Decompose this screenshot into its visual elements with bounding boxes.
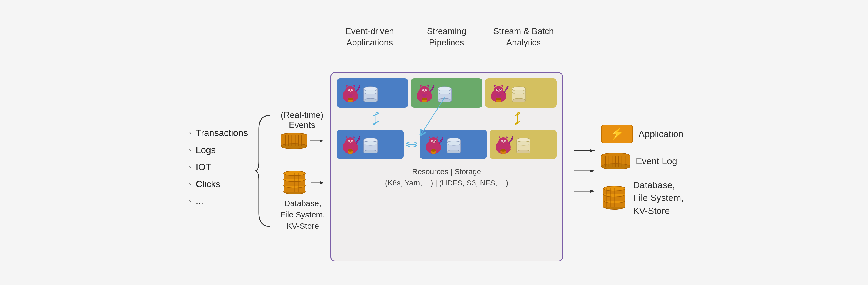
- horiz-arrow-bottom: [406, 140, 417, 148]
- output-eventlog-row: Event Log: [601, 153, 677, 169]
- svg-point-69: [502, 96, 506, 99]
- db-gray-3: [363, 136, 378, 153]
- svg-point-119: [503, 142, 504, 143]
- events-label: (Real-time)Events: [281, 110, 323, 130]
- svg-point-52: [428, 96, 432, 99]
- box-streaming-top: [411, 78, 483, 108]
- svg-point-64: [500, 89, 501, 90]
- label-logs: Logs: [196, 145, 216, 155]
- box-event-top: [337, 78, 408, 108]
- svg-point-126: [517, 150, 530, 153]
- svg-point-35: [353, 96, 358, 99]
- kafka-icon: [280, 133, 308, 149]
- db-gray-4: [446, 136, 461, 153]
- db-beige-2: [516, 136, 531, 153]
- db-group: Database,File System,KV-Store: [280, 171, 325, 232]
- flink-squirrel-1: [339, 82, 361, 104]
- header-streaming: StreamingPipelines: [413, 26, 480, 48]
- header-analytics: Stream & BatchAnalytics: [490, 26, 557, 48]
- resources-label: Resources | Storage(K8s, Yarn, ...) | (H…: [337, 166, 557, 189]
- svg-point-50: [422, 97, 427, 100]
- arrow-logs: →: [184, 145, 192, 154]
- svg-point-104: [431, 149, 436, 152]
- arrow-out-3: [574, 189, 595, 194]
- arrow-etc: →: [184, 196, 192, 205]
- svg-point-117: [501, 141, 502, 142]
- svg-point-112: [447, 141, 461, 145]
- svg-point-121: [500, 149, 506, 152]
- svg-point-87: [343, 148, 347, 151]
- output-arrows: [574, 148, 595, 194]
- db-gray-1: [363, 84, 378, 102]
- svg-marker-132: [590, 149, 595, 152]
- arrow-iot: →: [184, 162, 192, 171]
- brace-section: [253, 113, 275, 229]
- left-brace-svg: [253, 113, 275, 229]
- event-log-icon: [601, 153, 630, 169]
- arrow-out-1: [574, 148, 595, 153]
- output-icons: ⚡ Application Event Log: [601, 125, 684, 218]
- flink-squirrel-6: [492, 134, 514, 155]
- svg-point-58: [438, 90, 451, 94]
- input-logs: → Logs: [184, 145, 248, 155]
- label-application: Application: [639, 129, 683, 139]
- out-arrow-2: [574, 168, 595, 174]
- svg-point-55: [438, 98, 451, 102]
- svg-point-109: [447, 150, 461, 153]
- svg-point-105: [426, 148, 430, 151]
- input-clicks: → Clicks: [184, 179, 248, 189]
- svg-point-41: [364, 90, 377, 94]
- svg-point-26: [345, 86, 355, 95]
- svg-point-82: [348, 141, 349, 142]
- box-event-bottom: [337, 130, 404, 159]
- svg-point-65: [498, 91, 500, 92]
- label-transactions: Transactions: [196, 127, 248, 138]
- svg-point-101: [435, 141, 436, 142]
- svg-point-83: [351, 141, 353, 142]
- box-analytics-top: [485, 78, 557, 108]
- svg-point-38: [364, 98, 377, 102]
- arrow-clicks: →: [184, 179, 192, 189]
- svg-point-60: [494, 86, 503, 95]
- down-arrow-gold: [483, 112, 551, 125]
- svg-point-72: [512, 98, 526, 102]
- label-iot: IOT: [196, 162, 211, 172]
- svg-point-114: [498, 137, 508, 146]
- arrow-to-main-bottom: [311, 180, 324, 186]
- input-etc: → ...: [184, 196, 248, 206]
- out-arrow-3: [574, 189, 595, 194]
- down-arrow-1: [342, 112, 410, 125]
- svg-point-79: [345, 137, 355, 146]
- svg-point-100: [432, 141, 433, 142]
- label-etc: ...: [196, 196, 203, 206]
- kafka-row: [280, 133, 324, 149]
- label-eventlog: Event Log: [636, 156, 677, 166]
- header-event-driven: Event-drivenApplications: [336, 26, 403, 48]
- box-analytics-bottom: [490, 130, 557, 159]
- input-transactions: → Transactions: [184, 127, 248, 138]
- svg-point-94: [364, 141, 377, 145]
- svg-point-91: [364, 150, 377, 153]
- svg-point-2: [281, 144, 307, 149]
- svg-point-63: [497, 89, 498, 90]
- svg-marker-24: [320, 181, 324, 184]
- db-beige-1: [512, 84, 526, 102]
- svg-marker-134: [590, 170, 595, 172]
- svg-text:⚡: ⚡: [610, 127, 624, 140]
- svg-point-97: [429, 137, 438, 146]
- svg-point-43: [420, 86, 429, 95]
- main-container: Event-drivenApplications StreamingPipeli…: [331, 72, 563, 261]
- flink-squirrel-2: [413, 82, 435, 104]
- svg-point-88: [353, 148, 358, 151]
- label-db-output: Database, File System, KV-Store: [633, 179, 684, 218]
- flink-squirrel-5: [423, 134, 444, 155]
- svg-point-123: [506, 148, 511, 151]
- db-gray-2: [437, 84, 452, 102]
- svg-point-129: [517, 141, 530, 145]
- db-row: [281, 171, 324, 195]
- svg-point-106: [437, 148, 441, 151]
- svg-point-75: [512, 90, 526, 94]
- top-boxes-row: [337, 78, 557, 108]
- app-icon: ⚡: [601, 125, 633, 144]
- flink-squirrel-4: [339, 134, 361, 155]
